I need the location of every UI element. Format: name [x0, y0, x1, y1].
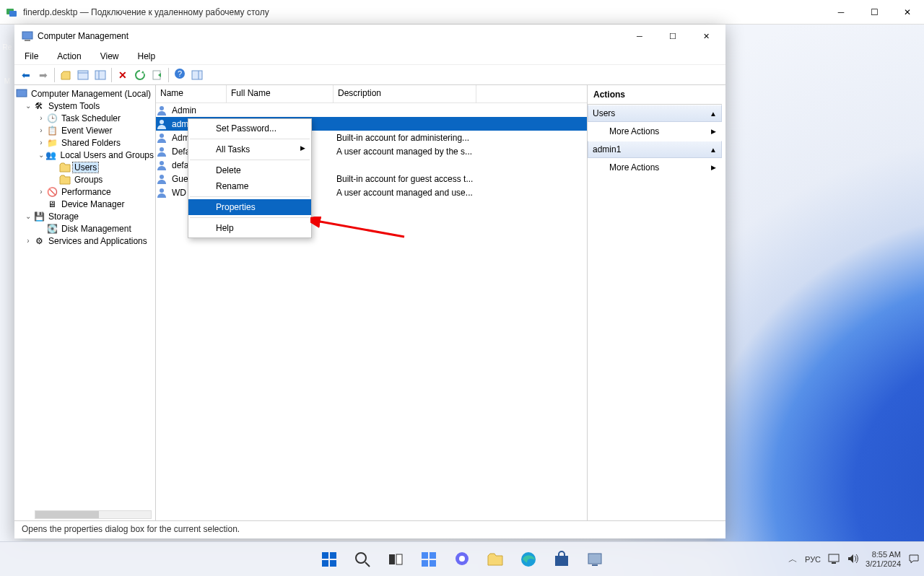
expander-icon[interactable]: › [36, 139, 46, 147]
compmgmt-minimize-button[interactable]: ─ [623, 26, 656, 46]
submenu-icon: ▶ [711, 128, 716, 135]
tb-showhide2-button[interactable] [92, 66, 109, 84]
compmgmt-icon [22, 30, 33, 42]
tree-task-scheduler[interactable]: Task Scheduler [60, 113, 122, 123]
outer-minimize-button[interactable]: ─ [824, 1, 858, 23]
svg-rect-40 [829, 554, 839, 562]
tree-event-viewer[interactable]: Event Viewer [60, 126, 113, 136]
svg-rect-33 [430, 560, 436, 567]
svg-rect-2 [22, 32, 32, 39]
tb-showhide3-button[interactable] [188, 66, 206, 84]
ctx-set-password[interactable]: Set Password... [188, 121, 311, 136]
tree-scrollbar[interactable] [35, 510, 152, 519]
tb-export-button[interactable] [149, 66, 166, 84]
tray-language[interactable]: РУС [805, 555, 821, 564]
expander-icon[interactable]: › [23, 237, 33, 245]
widgets-button[interactable] [414, 545, 443, 574]
taskview-button[interactable] [381, 545, 410, 574]
expander-icon[interactable]: › [36, 114, 46, 122]
ctx-sep [190, 196, 310, 197]
tree-local-users[interactable]: Local Users and Groups [59, 150, 155, 160]
users-icon: 👥 [45, 149, 56, 161]
disk-icon: 💽 [46, 223, 58, 235]
col-name[interactable]: Name [156, 85, 227, 102]
expander-icon[interactable]: › [36, 188, 46, 196]
tray-network-icon[interactable] [828, 554, 840, 565]
svg-text:?: ? [178, 69, 182, 78]
app-button[interactable] [580, 545, 609, 574]
tb-help-button[interactable]: ? [171, 66, 188, 84]
menu-view[interactable]: View [96, 50, 123, 63]
tree-panel[interactable]: Computer Management (Local) ⌄🛠System Too… [14, 85, 156, 520]
desktop-icon-cut[interactable]: Re [1, 43, 14, 51]
expander-icon[interactable]: ⌄ [36, 151, 45, 159]
actions-group-admin1[interactable]: admin1 ▲ [588, 141, 722, 158]
tree-systemtools[interactable]: System Tools [47, 101, 101, 111]
store-button[interactable] [547, 545, 576, 574]
list-row[interactable]: Admin [156, 103, 587, 117]
menu-help[interactable]: Help [134, 50, 160, 63]
actions-more-users[interactable]: More Actions ▶ [588, 122, 722, 141]
svg-point-19 [160, 175, 164, 179]
outer-close-button[interactable]: ✕ [891, 1, 924, 23]
tb-refresh-button[interactable] [131, 66, 149, 84]
menu-file[interactable]: File [20, 50, 43, 63]
explorer-button[interactable] [481, 545, 510, 574]
col-description[interactable]: Description [334, 85, 476, 102]
tray-overflow-button[interactable]: ︿ [788, 553, 798, 566]
tree-groups[interactable]: Groups [73, 175, 104, 185]
svg-rect-38 [588, 554, 601, 564]
expander-icon[interactable]: ⌄ [23, 212, 33, 220]
tree-device-manager[interactable]: Device Manager [60, 199, 126, 209]
menu-action[interactable]: Action [53, 50, 85, 63]
scroll-thumb[interactable] [35, 511, 99, 518]
start-button[interactable] [315, 545, 344, 574]
tree-storage[interactable]: Storage [47, 211, 80, 222]
search-button[interactable] [348, 545, 377, 574]
tree-root[interactable]: Computer Management (Local) [30, 89, 152, 99]
tray-notifications-icon[interactable] [908, 553, 920, 566]
edge-button[interactable] [514, 545, 543, 574]
actions-panel: Actions Users ▲ More Actions ▶ admin1 ▲ … [588, 85, 722, 520]
desktop-icon-cut2[interactable]: M [1, 77, 14, 85]
chat-button[interactable] [448, 545, 476, 574]
actions-group-users[interactable]: Users ▲ [588, 105, 722, 122]
arrow-left-icon: ⬅ [22, 69, 30, 81]
expander-icon[interactable]: › [36, 126, 46, 134]
outer-window-title: finerdp.desktp — Подключение к удаленном… [23, 7, 824, 17]
tree-users[interactable]: Users [73, 162, 98, 173]
tb-up-button[interactable] [57, 66, 74, 84]
outer-maximize-button[interactable]: ☐ [858, 1, 891, 23]
tree-disk-management[interactable]: Disk Management [60, 224, 133, 234]
tray-volume-icon[interactable] [847, 554, 858, 565]
tb-back-button[interactable]: ⬅ [17, 66, 35, 84]
ctx-delete[interactable]: Delete [188, 162, 311, 178]
svg-rect-6 [95, 71, 105, 79]
tray-clock[interactable]: 8:55 AM 3/21/2024 [866, 550, 901, 568]
tb-delete-button[interactable]: ✕ [114, 66, 131, 84]
device-icon: 🖥 [46, 198, 58, 210]
compmgmt-title: Computer Management [38, 31, 623, 41]
compmgmt-toolbar: ⬅ ➡ ✕ ? [14, 65, 725, 85]
tb-forward-button[interactable]: ➡ [35, 66, 52, 84]
tb-showhide-button[interactable] [74, 66, 92, 84]
ctx-rename[interactable]: Rename [188, 178, 311, 194]
tree-shared-folders[interactable]: Shared Folders [60, 138, 122, 148]
svg-point-16 [160, 134, 164, 138]
ctx-all-tasks[interactable]: All Tasks ▶ [188, 141, 311, 157]
perf-icon: 🚫 [46, 186, 58, 198]
compmgmt-titlebar[interactable]: Computer Management ─ ☐ ✕ [14, 25, 725, 48]
actions-group-label: Users [593, 108, 615, 118]
svg-point-26 [356, 553, 366, 563]
actions-more-admin1[interactable]: More Actions ▶ [588, 158, 722, 177]
col-fullname[interactable]: Full Name [227, 85, 334, 102]
tree-services-apps[interactable]: Services and Applications [47, 236, 149, 246]
tree-performance[interactable]: Performance [60, 187, 113, 197]
compmgmt-close-button[interactable]: ✕ [689, 26, 723, 46]
ctx-sep [190, 160, 310, 160]
ctx-help[interactable]: Help [188, 220, 311, 236]
ctx-properties[interactable]: Properties [188, 199, 311, 215]
svg-line-21 [316, 221, 404, 237]
expander-icon[interactable]: ⌄ [23, 102, 33, 110]
compmgmt-maximize-button[interactable]: ☐ [656, 26, 689, 46]
